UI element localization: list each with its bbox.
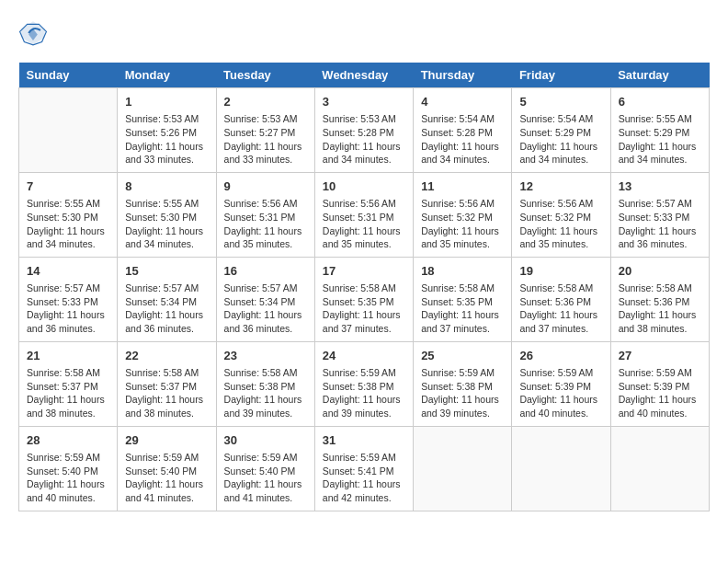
calendar-day-cell: 31Sunrise: 5:59 AMSunset: 5:41 PMDayligh… <box>314 426 413 511</box>
day-number: 13 <box>619 178 701 195</box>
calendar-day-cell: 17Sunrise: 5:58 AMSunset: 5:35 PMDayligh… <box>314 257 413 341</box>
weekday-header: Tuesday <box>216 63 314 88</box>
calendar-day-cell: 13Sunrise: 5:57 AMSunset: 5:33 PMDayligh… <box>610 172 709 257</box>
day-info: Sunrise: 5:57 AMSunset: 5:34 PMDaylight:… <box>224 282 307 336</box>
day-number: 21 <box>27 348 109 364</box>
calendar-header: SundayMondayTuesdayWednesdayThursdayFrid… <box>19 63 710 88</box>
day-info: Sunrise: 5:59 AMSunset: 5:38 PMDaylight:… <box>421 366 504 420</box>
day-number: 5 <box>519 94 602 110</box>
calendar-day-cell: 6Sunrise: 5:55 AMSunset: 5:29 PMDaylight… <box>610 88 709 173</box>
day-info: Sunrise: 5:56 AMSunset: 5:32 PMDaylight:… <box>421 197 504 251</box>
logo-icon <box>18 18 48 48</box>
day-number: 19 <box>519 263 602 280</box>
day-info: Sunrise: 5:55 AMSunset: 5:30 PMDaylight:… <box>27 197 109 251</box>
day-info: Sunrise: 5:58 AMSunset: 5:36 PMDaylight:… <box>619 282 701 336</box>
page-header <box>18 18 710 48</box>
day-number: 22 <box>125 348 208 364</box>
logo <box>18 18 51 48</box>
calendar-day-cell: 4Sunrise: 5:54 AMSunset: 5:28 PMDaylight… <box>414 88 512 173</box>
day-info: Sunrise: 5:59 AMSunset: 5:38 PMDaylight:… <box>323 366 405 420</box>
day-info: Sunrise: 5:56 AMSunset: 5:32 PMDaylight:… <box>519 197 602 251</box>
day-info: Sunrise: 5:58 AMSunset: 5:35 PMDaylight:… <box>421 282 504 336</box>
day-info: Sunrise: 5:59 AMSunset: 5:40 PMDaylight:… <box>125 451 208 505</box>
calendar-day-cell: 22Sunrise: 5:58 AMSunset: 5:37 PMDayligh… <box>118 341 216 426</box>
day-info: Sunrise: 5:54 AMSunset: 5:29 PMDaylight:… <box>519 112 602 167</box>
day-number: 2 <box>224 94 307 110</box>
day-info: Sunrise: 5:59 AMSunset: 5:40 PMDaylight:… <box>224 451 307 505</box>
calendar-day-cell: 21Sunrise: 5:58 AMSunset: 5:37 PMDayligh… <box>19 341 118 426</box>
calendar-day-cell: 19Sunrise: 5:58 AMSunset: 5:36 PMDayligh… <box>512 257 610 341</box>
calendar-day-cell: 10Sunrise: 5:56 AMSunset: 5:31 PMDayligh… <box>314 172 413 257</box>
day-number: 23 <box>224 348 307 364</box>
day-info: Sunrise: 5:58 AMSunset: 5:37 PMDaylight:… <box>125 366 208 420</box>
day-info: Sunrise: 5:57 AMSunset: 5:34 PMDaylight:… <box>125 282 208 336</box>
calendar-day-cell: 27Sunrise: 5:59 AMSunset: 5:39 PMDayligh… <box>610 341 709 426</box>
day-number: 4 <box>421 94 504 110</box>
day-info: Sunrise: 5:57 AMSunset: 5:33 PMDaylight:… <box>619 197 701 251</box>
weekday-header: Sunday <box>19 63 118 88</box>
calendar-day-cell: 1Sunrise: 5:53 AMSunset: 5:26 PMDaylight… <box>118 88 216 173</box>
calendar-day-cell: 25Sunrise: 5:59 AMSunset: 5:38 PMDayligh… <box>414 341 512 426</box>
calendar-day-cell: 29Sunrise: 5:59 AMSunset: 5:40 PMDayligh… <box>118 426 216 511</box>
calendar-day-cell: 28Sunrise: 5:59 AMSunset: 5:40 PMDayligh… <box>19 426 118 511</box>
calendar-day-cell: 11Sunrise: 5:56 AMSunset: 5:32 PMDayligh… <box>414 172 512 257</box>
day-number: 15 <box>125 263 208 280</box>
day-info: Sunrise: 5:55 AMSunset: 5:30 PMDaylight:… <box>125 197 208 251</box>
day-number: 14 <box>27 263 109 280</box>
calendar-day-cell: 23Sunrise: 5:58 AMSunset: 5:38 PMDayligh… <box>216 341 314 426</box>
day-info: Sunrise: 5:55 AMSunset: 5:29 PMDaylight:… <box>619 112 701 167</box>
day-number: 28 <box>27 432 109 449</box>
day-number: 17 <box>323 263 405 280</box>
calendar-table: SundayMondayTuesdayWednesdayThursdayFrid… <box>18 63 710 511</box>
day-number: 20 <box>619 263 701 280</box>
calendar-body: 1Sunrise: 5:53 AMSunset: 5:26 PMDaylight… <box>19 88 710 511</box>
day-info: Sunrise: 5:57 AMSunset: 5:33 PMDaylight:… <box>27 282 109 336</box>
day-number: 1 <box>125 94 208 110</box>
day-number: 12 <box>519 178 602 195</box>
day-number: 26 <box>519 348 602 364</box>
day-info: Sunrise: 5:56 AMSunset: 5:31 PMDaylight:… <box>323 197 405 251</box>
calendar-day-cell: 14Sunrise: 5:57 AMSunset: 5:33 PMDayligh… <box>19 257 118 341</box>
weekday-header: Thursday <box>414 63 512 88</box>
calendar-day-cell: 2Sunrise: 5:53 AMSunset: 5:27 PMDaylight… <box>216 88 314 173</box>
day-info: Sunrise: 5:58 AMSunset: 5:38 PMDaylight:… <box>224 366 307 420</box>
calendar-week-row: 28Sunrise: 5:59 AMSunset: 5:40 PMDayligh… <box>19 426 710 511</box>
calendar-day-cell: 12Sunrise: 5:56 AMSunset: 5:32 PMDayligh… <box>512 172 610 257</box>
day-info: Sunrise: 5:59 AMSunset: 5:40 PMDaylight:… <box>27 451 109 505</box>
day-info: Sunrise: 5:59 AMSunset: 5:39 PMDaylight:… <box>519 366 602 420</box>
day-number: 3 <box>323 94 405 110</box>
day-number: 8 <box>125 178 208 195</box>
calendar-week-row: 7Sunrise: 5:55 AMSunset: 5:30 PMDaylight… <box>19 172 710 257</box>
day-number: 24 <box>323 348 405 364</box>
weekday-header: Wednesday <box>314 63 413 88</box>
day-info: Sunrise: 5:59 AMSunset: 5:39 PMDaylight:… <box>619 366 701 420</box>
day-info: Sunrise: 5:58 AMSunset: 5:35 PMDaylight:… <box>323 282 405 336</box>
day-info: Sunrise: 5:53 AMSunset: 5:27 PMDaylight:… <box>224 112 307 167</box>
day-info: Sunrise: 5:54 AMSunset: 5:28 PMDaylight:… <box>421 112 504 167</box>
calendar-day-cell: 18Sunrise: 5:58 AMSunset: 5:35 PMDayligh… <box>414 257 512 341</box>
calendar-day-cell: 24Sunrise: 5:59 AMSunset: 5:38 PMDayligh… <box>314 341 413 426</box>
calendar-day-cell: 9Sunrise: 5:56 AMSunset: 5:31 PMDaylight… <box>216 172 314 257</box>
calendar-day-cell: 26Sunrise: 5:59 AMSunset: 5:39 PMDayligh… <box>512 341 610 426</box>
day-info: Sunrise: 5:58 AMSunset: 5:37 PMDaylight:… <box>27 366 109 420</box>
calendar-day-cell <box>414 426 512 511</box>
weekday-header: Friday <box>512 63 610 88</box>
calendar-week-row: 21Sunrise: 5:58 AMSunset: 5:37 PMDayligh… <box>19 341 710 426</box>
day-number: 25 <box>421 348 504 364</box>
day-info: Sunrise: 5:58 AMSunset: 5:36 PMDaylight:… <box>519 282 602 336</box>
day-info: Sunrise: 5:56 AMSunset: 5:31 PMDaylight:… <box>224 197 307 251</box>
calendar-day-cell <box>610 426 709 511</box>
calendar-day-cell <box>512 426 610 511</box>
day-number: 10 <box>323 178 405 195</box>
calendar-week-row: 14Sunrise: 5:57 AMSunset: 5:33 PMDayligh… <box>19 257 710 341</box>
calendar-day-cell: 7Sunrise: 5:55 AMSunset: 5:30 PMDaylight… <box>19 172 118 257</box>
day-number: 30 <box>224 432 307 449</box>
day-number: 11 <box>421 178 504 195</box>
day-info: Sunrise: 5:53 AMSunset: 5:28 PMDaylight:… <box>323 112 405 167</box>
day-number: 27 <box>619 348 701 364</box>
weekday-header: Saturday <box>610 63 709 88</box>
calendar-day-cell: 16Sunrise: 5:57 AMSunset: 5:34 PMDayligh… <box>216 257 314 341</box>
day-number: 16 <box>224 263 307 280</box>
day-number: 29 <box>125 432 208 449</box>
calendar-day-cell: 3Sunrise: 5:53 AMSunset: 5:28 PMDaylight… <box>314 88 413 173</box>
